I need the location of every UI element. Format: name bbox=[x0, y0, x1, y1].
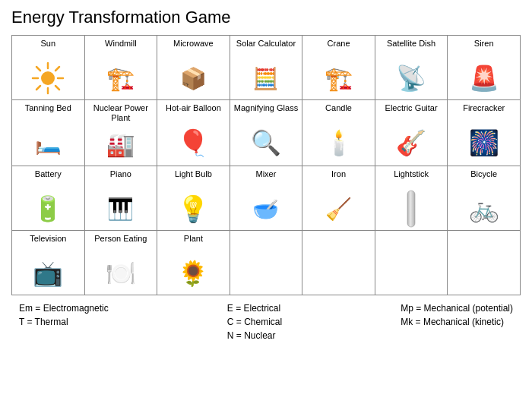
cell-icon bbox=[14, 58, 83, 98]
grid-cell[interactable]: Windmill 🏗️ bbox=[84, 36, 157, 100]
cell-icon: 🥣 bbox=[232, 189, 301, 229]
legend-item: Mk = Mechanical (kinetic) bbox=[401, 317, 513, 327]
cell-icon: 🎆 bbox=[449, 123, 518, 162]
grid-cell[interactable]: Crane 🏗️ bbox=[302, 36, 375, 100]
cell-label: Light Bulb bbox=[159, 169, 228, 188]
cell-label: Siren bbox=[449, 39, 518, 57]
grid-cell[interactable]: Nuclear PowerPlant 🏭 bbox=[84, 100, 157, 166]
legend-item: C = Chemical bbox=[227, 317, 282, 327]
cell-label: Crane bbox=[304, 39, 373, 57]
cell-icon: 🏗️ bbox=[304, 58, 373, 98]
cell-label: Nuclear PowerPlant bbox=[87, 103, 156, 123]
cell-icon: 🎸 bbox=[377, 123, 446, 162]
cell-label: Piano bbox=[87, 169, 156, 188]
cell-label: Microwave bbox=[159, 39, 228, 57]
legend-col-1: Em = ElectromagneticT = Thermal bbox=[19, 303, 109, 341]
cell-label: Bicycle bbox=[449, 169, 518, 188]
cell-icon: 🎹 bbox=[87, 189, 156, 229]
cell-icon: 🎈 bbox=[159, 123, 228, 162]
grid-cell[interactable] bbox=[375, 231, 448, 295]
grid-cell[interactable] bbox=[230, 231, 302, 295]
cell-icon: 🏗️ bbox=[87, 58, 156, 98]
cell-icon: 📺 bbox=[14, 254, 83, 293]
cell-icon: 📦 bbox=[159, 58, 228, 98]
grid-cell[interactable]: Hot-air Balloon 🎈 bbox=[157, 100, 230, 166]
legend-item: N = Nuclear bbox=[227, 330, 282, 341]
cell-icon: 🌻 bbox=[159, 254, 228, 293]
cell-label: Lightstick bbox=[377, 169, 446, 188]
cell-label: Person Eating bbox=[87, 234, 156, 252]
grid-cell[interactable]: Mixer 🥣 bbox=[230, 166, 302, 231]
cell-label: Firecracker bbox=[449, 103, 518, 121]
cell-icon: 🚨 bbox=[449, 58, 518, 98]
cell-icon: 🔋 bbox=[14, 189, 83, 229]
legend-item: E = Electrical bbox=[227, 303, 282, 314]
cell-icon: 📡 bbox=[377, 58, 446, 98]
cell-label: Iron bbox=[304, 169, 373, 188]
cell-icon: 🍽️ bbox=[87, 254, 156, 293]
grid-cell[interactable]: Electric Guitar 🎸 bbox=[375, 100, 448, 166]
grid-cell[interactable]: Firecracker 🎆 bbox=[448, 100, 521, 166]
grid-cell[interactable]: Satellite Dish 📡 bbox=[375, 36, 448, 100]
cell-icon: 🏭 bbox=[87, 125, 156, 164]
cell-label: Sun bbox=[14, 39, 83, 57]
cell-label: Battery bbox=[14, 169, 83, 188]
svg-line-8 bbox=[36, 86, 40, 90]
grid-cell[interactable]: Candle 🕯️ bbox=[302, 100, 375, 166]
grid-cell[interactable]: Iron 🧹 bbox=[302, 166, 375, 231]
cell-label: Hot-air Balloon bbox=[159, 103, 228, 121]
grid-cell[interactable]: Tanning Bed 🛏️ bbox=[12, 100, 85, 166]
grid-cell[interactable]: Sun bbox=[12, 36, 85, 100]
legend-col-2: E = ElectricalC = ChemicalN = Nuclear bbox=[227, 303, 282, 341]
cell-label: Candle bbox=[304, 103, 373, 121]
grid-cell[interactable]: Plant 🌻 bbox=[157, 231, 230, 295]
legend-item: T = Thermal bbox=[19, 317, 109, 327]
grid-cell[interactable]: Siren 🚨 bbox=[448, 36, 521, 100]
svg-line-7 bbox=[55, 67, 59, 71]
cell-icon: 🧮 bbox=[232, 58, 301, 98]
cell-label: Plant bbox=[159, 234, 228, 252]
cell-label: Electric Guitar bbox=[377, 103, 446, 121]
grid-cell[interactable]: Bicycle 🚲 bbox=[448, 166, 521, 231]
legend-item: Mp = Mechanical (potential) bbox=[401, 303, 513, 314]
cell-label: Mixer bbox=[232, 169, 301, 188]
grid-cell[interactable]: Lightstick bbox=[375, 166, 448, 231]
cell-icon: 🕯️ bbox=[304, 123, 373, 162]
energy-grid: Sun Windmill 🏗️Microwave 📦Solar Calculat… bbox=[11, 35, 521, 295]
page-title: Energy Transformation Game bbox=[11, 8, 521, 27]
svg-line-6 bbox=[55, 86, 59, 90]
cell-label: Solar Calculator bbox=[232, 39, 301, 57]
legend-col-3: Mp = Mechanical (potential)Mk = Mechanic… bbox=[401, 303, 513, 341]
grid-cell[interactable]: Piano 🎹 bbox=[84, 166, 157, 231]
legend-item: Em = Electromagnetic bbox=[19, 303, 109, 314]
cell-label: Satellite Dish bbox=[377, 39, 446, 57]
grid-cell[interactable]: Microwave 📦 bbox=[157, 36, 230, 100]
cell-label: Magnifying Glass bbox=[232, 103, 301, 121]
cell-icon: 🔍 bbox=[232, 123, 301, 162]
cell-label: Television bbox=[14, 234, 83, 252]
grid-cell[interactable] bbox=[448, 231, 521, 295]
cell-icon: 🧹 bbox=[304, 189, 373, 229]
cell-label: Tanning Bed bbox=[14, 103, 83, 121]
svg-rect-9 bbox=[407, 191, 415, 227]
cell-label: Windmill bbox=[87, 39, 156, 57]
svg-line-5 bbox=[36, 67, 40, 71]
grid-cell[interactable]: Television 📺 bbox=[12, 231, 85, 295]
cell-icon: 🚲 bbox=[449, 189, 518, 229]
grid-cell[interactable]: Person Eating 🍽️ bbox=[84, 231, 157, 295]
legend-section: Em = ElectromagneticT = Thermal E = Elec… bbox=[11, 303, 521, 341]
cell-icon: 🛏️ bbox=[14, 123, 83, 162]
grid-cell[interactable] bbox=[302, 231, 375, 295]
grid-cell[interactable]: Solar Calculator 🧮 bbox=[230, 36, 302, 100]
cell-icon bbox=[377, 189, 446, 229]
grid-cell[interactable]: Light Bulb 💡 bbox=[157, 166, 230, 231]
grid-cell[interactable]: Magnifying Glass 🔍 bbox=[230, 100, 302, 166]
grid-cell[interactable]: Battery 🔋 bbox=[12, 166, 85, 231]
svg-point-0 bbox=[41, 71, 55, 85]
cell-icon: 💡 bbox=[159, 189, 228, 229]
